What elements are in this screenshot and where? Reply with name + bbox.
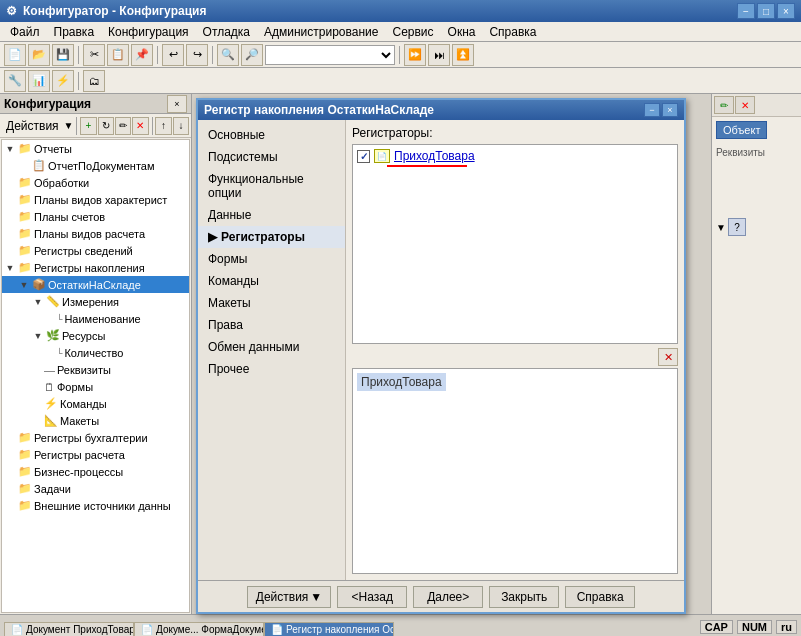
- tree-item-tasks[interactable]: 📁 Задачи: [2, 480, 189, 497]
- tree-item-regsved[interactable]: 📁 Регистры сведений: [2, 242, 189, 259]
- tree-item-biz[interactable]: 📁 Бизнес-процессы: [2, 463, 189, 480]
- nav-podsistemy[interactable]: Подсистемы: [198, 146, 345, 168]
- object-btn[interactable]: Объект: [716, 121, 767, 139]
- reg-checkbox-0[interactable]: ✓: [357, 150, 370, 163]
- tree-item-pvh[interactable]: 📁 Планы видов характерист: [2, 191, 189, 208]
- nav-btn3[interactable]: ⏫: [452, 44, 474, 66]
- nav-arrow: ▶: [208, 230, 217, 244]
- menu-service[interactable]: Сервис: [386, 24, 439, 40]
- close-panel-btn[interactable]: ×: [167, 95, 187, 113]
- r-btn-edit[interactable]: ✏: [714, 96, 734, 114]
- minimize-button[interactable]: −: [737, 3, 755, 19]
- menu-debug[interactable]: Отладка: [197, 24, 256, 40]
- maximize-button[interactable]: □: [757, 3, 775, 19]
- tree-add-btn[interactable]: +: [80, 117, 96, 135]
- right-label: Реквизиты: [716, 147, 797, 158]
- nav-layouts[interactable]: Макеты: [198, 292, 345, 314]
- tree-item-regnakop[interactable]: ▼ 📁 Регистры накопления: [2, 259, 189, 276]
- redo-btn[interactable]: ↪: [186, 44, 208, 66]
- sep3: [212, 46, 213, 64]
- delete-btn-area: ✕: [352, 348, 678, 366]
- tree-up-btn[interactable]: ↑: [155, 117, 171, 135]
- tree-label: Макеты: [60, 415, 99, 427]
- status-tab-2[interactable]: 📄 Регистр накопления Оста...: [264, 622, 394, 636]
- tree-item-regbuh[interactable]: 📁 Регистры бухгалтерии: [2, 429, 189, 446]
- tree-item-kol[interactable]: └ Количество: [2, 344, 189, 361]
- nav-commands[interactable]: Команды: [198, 270, 345, 292]
- new-btn[interactable]: 📄: [4, 44, 26, 66]
- help-dialog-btn[interactable]: Справка: [565, 586, 635, 608]
- tree-item-cmds[interactable]: ⚡ Команды: [2, 395, 189, 412]
- menu-help[interactable]: Справка: [483, 24, 542, 40]
- nav-forms[interactable]: Формы: [198, 248, 345, 270]
- menu-windows[interactable]: Окна: [442, 24, 482, 40]
- tree-item-ostatkisklad[interactable]: ▼ 📦 ОстаткиНаСкладе: [2, 276, 189, 293]
- nav-other[interactable]: Прочее: [198, 358, 345, 380]
- status-tab-0[interactable]: 📄 Документ ПриходТовара: [4, 622, 134, 636]
- actions-footer-btn[interactable]: Действия ▼: [247, 586, 331, 608]
- tb2-btn4[interactable]: 🗂: [83, 70, 105, 92]
- r-btn-del[interactable]: ✕: [735, 96, 755, 114]
- menu-config[interactable]: Конфигурация: [102, 24, 195, 40]
- menu-file[interactable]: Файл: [4, 24, 46, 40]
- cut-btn[interactable]: ✂: [83, 44, 105, 66]
- dialog-nav: Основные Подсистемы Функциональные опции…: [198, 120, 346, 580]
- tree-item-layouts[interactable]: 📐 Макеты: [2, 412, 189, 429]
- status-tab-1[interactable]: 📄 Докуме... ФормаДокумента: [134, 622, 264, 636]
- nav-funcopts[interactable]: Функциональные опции: [198, 168, 345, 204]
- actions-btn[interactable]: Действия: [2, 119, 63, 133]
- tree-item-proc[interactable]: 📁 Обработки: [2, 174, 189, 191]
- tree-dn-btn[interactable]: ↓: [173, 117, 189, 135]
- find-btn[interactable]: 🔎: [241, 44, 263, 66]
- tree-item-pvr[interactable]: 📁 Планы видов расчета: [2, 225, 189, 242]
- right-content: Объект Реквизиты ▼ ?: [712, 117, 801, 240]
- tree-label: Команды: [60, 398, 107, 410]
- tree-item-forms[interactable]: 🗒 Формы: [2, 378, 189, 395]
- tree-item-reports[interactable]: ▼ 📁 Отчеты: [2, 140, 189, 157]
- tab-icon-0: 📄: [11, 624, 23, 635]
- tree-item-accounts[interactable]: 📁 Планы счетов: [2, 208, 189, 225]
- paste-btn[interactable]: 📌: [131, 44, 153, 66]
- tree-item-izm[interactable]: ▼ 📏 Измерения: [2, 293, 189, 310]
- search-btn[interactable]: 🔍: [217, 44, 239, 66]
- nav-osnovnye[interactable]: Основные: [198, 124, 345, 146]
- menu-edit[interactable]: Правка: [48, 24, 101, 40]
- open-btn[interactable]: 📂: [28, 44, 50, 66]
- nav-btn1[interactable]: ⏩: [404, 44, 426, 66]
- back-btn[interactable]: <Назад: [337, 586, 407, 608]
- reg-list-item-0[interactable]: ✓ 📄 ПриходТовара: [353, 145, 677, 167]
- nav-btn2[interactable]: ⏭: [428, 44, 450, 66]
- close-dialog-btn[interactable]: Закрыть: [489, 586, 559, 608]
- close-button[interactable]: ×: [777, 3, 795, 19]
- tree-item-naim[interactable]: └ Наименование: [2, 310, 189, 327]
- tree-refresh-btn[interactable]: ↻: [98, 117, 114, 135]
- tree-item-res[interactable]: ▼ 🌿 Ресурсы: [2, 327, 189, 344]
- next-btn[interactable]: Далее>: [413, 586, 483, 608]
- nav-rights[interactable]: Права: [198, 314, 345, 336]
- nav-registrators[interactable]: ▶ Регистраторы: [198, 226, 345, 248]
- delete-btn[interactable]: ✕: [658, 348, 678, 366]
- dialog-close-btn[interactable]: ×: [662, 103, 678, 117]
- status-indicators: CAP NUM ru: [700, 618, 797, 636]
- undo-btn[interactable]: ↩: [162, 44, 184, 66]
- tb2-btn1[interactable]: 🔧: [4, 70, 26, 92]
- nav-data[interactable]: Данные: [198, 204, 345, 226]
- tree-edit-btn[interactable]: ✏: [115, 117, 131, 135]
- app-icon: ⚙: [6, 4, 17, 18]
- save-btn[interactable]: 💾: [52, 44, 74, 66]
- tree-item-ext[interactable]: 📁 Внешние источники данны: [2, 497, 189, 514]
- tb2-btn3[interactable]: ⚡: [52, 70, 74, 92]
- dialog-title-text: Регистр накопления ОстаткиНаСкладе: [204, 103, 434, 117]
- dialog-minimize-btn[interactable]: −: [644, 103, 660, 117]
- menu-admin[interactable]: Администрирование: [258, 24, 384, 40]
- help-icon-btn[interactable]: ?: [728, 218, 746, 236]
- tree-item-report1[interactable]: 📋 ОтчетПоДокументам: [2, 157, 189, 174]
- toolbar-combo[interactable]: [265, 45, 395, 65]
- tree-item-regrach[interactable]: 📁 Регистры расчета: [2, 446, 189, 463]
- tree-item-rekv[interactable]: — Реквизиты: [2, 361, 189, 378]
- nav-exchange[interactable]: Обмен данными: [198, 336, 345, 358]
- tree-label: ОстаткиНаСкладе: [48, 279, 141, 291]
- tree-del-btn[interactable]: ✕: [132, 117, 148, 135]
- copy-btn[interactable]: 📋: [107, 44, 129, 66]
- tb2-btn2[interactable]: 📊: [28, 70, 50, 92]
